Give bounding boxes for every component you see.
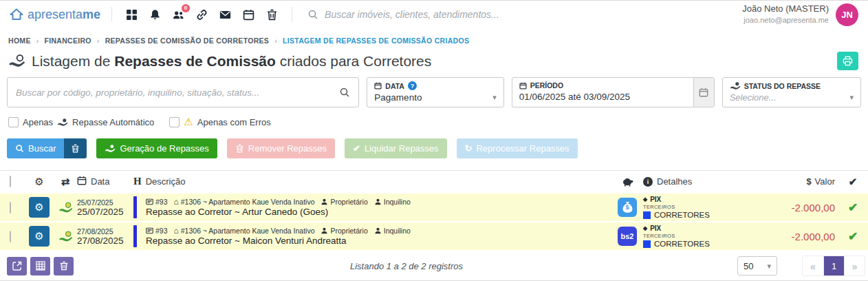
bs2-bank-icon[interactable]: bs2: [618, 227, 637, 246]
status-select[interactable]: STATUS DO REPASSE ▾: [722, 77, 861, 107]
checkbox-auto-repasse[interactable]: [8, 117, 19, 127]
pix-icon: ◆: [643, 196, 647, 202]
breadcrumb-separator: ›: [36, 37, 39, 45]
column-valor[interactable]: Valor: [815, 176, 835, 187]
notification-badge: 0: [182, 4, 190, 12]
table-header: ⚙ ⇄ Data H Descrição i De: [0, 170, 868, 192]
row-date-created: 27/08/2025: [77, 227, 133, 236]
contract-ref[interactable]: #93: [146, 227, 168, 235]
breadcrumb-repasses[interactable]: REPASSES DE COMISSÃO DE CORRETORES: [105, 37, 270, 45]
current-page-button[interactable]: 1: [823, 256, 844, 275]
reprocess-repasses-button[interactable]: ↻ Reprocessar Repasses: [457, 138, 578, 158]
table-row[interactable]: ⚙ 27/08/2025 27/08/2025 #93: [0, 222, 868, 250]
column-descricao[interactable]: Descrição: [146, 176, 186, 187]
status-input[interactable]: [730, 92, 833, 103]
breadcrumb-separator: ›: [97, 37, 100, 45]
clear-search-button[interactable]: [64, 138, 87, 158]
prev-page-button[interactable]: «: [803, 256, 823, 275]
row-checkbox[interactable]: [10, 202, 11, 214]
contract-ref[interactable]: #93: [146, 198, 168, 206]
page-size-select[interactable]: 50 ▾: [737, 256, 777, 275]
notifications-button[interactable]: [147, 6, 164, 23]
chevron-down-icon: ▾: [492, 93, 497, 102]
date-type-select[interactable]: DATA ? Pagamento ▾: [367, 77, 503, 107]
select-all-checkbox[interactable]: [10, 176, 11, 187]
action-bar: Buscar Geração de Repasses Remover Repas…: [0, 128, 868, 158]
user-email: joao.neto@apresenta.me: [742, 15, 829, 25]
trash-button[interactable]: [263, 6, 281, 23]
row-checkbox[interactable]: [10, 231, 11, 242]
toggle-auto-repasse[interactable]: Apenas Repasse Automático: [8, 117, 154, 127]
help-icon[interactable]: ?: [408, 81, 417, 90]
toggle-errors[interactable]: ⚠ Apenas com Erros: [169, 116, 270, 128]
logo-text: apresentame: [28, 8, 100, 22]
spreadsheet-button[interactable]: [30, 257, 50, 275]
table-row[interactable]: ⚙ 25/07/2025 25/07/2025 #93: [0, 194, 868, 221]
avatar[interactable]: JN: [836, 3, 858, 26]
row-actions-button[interactable]: ⚙: [29, 226, 50, 247]
property-link[interactable]: ⌂ #1306 ~ Apartamento Kaue Venda Inativo: [174, 198, 315, 206]
dollar-icon: $: [806, 176, 811, 187]
column-data[interactable]: Data: [91, 176, 109, 187]
app-logo[interactable]: apresentame: [10, 8, 100, 22]
table-icon: [36, 261, 45, 271]
calendar-icon: [519, 82, 527, 90]
row-date-created: 25/07/2025: [77, 198, 133, 207]
delete-all-button[interactable]: [54, 257, 74, 275]
tenant-badge[interactable]: Inquilino: [374, 227, 411, 235]
property-link[interactable]: ⌂ #1306 ~ Apartamento Kaue Venda Inativo: [174, 227, 315, 235]
mail-button[interactable]: [217, 6, 234, 23]
liquidate-repasses-button[interactable]: ✔ Liquidar Repasses: [345, 138, 447, 158]
user-menu[interactable]: João Neto (MASTER) joao.neto@apresenta.m…: [742, 3, 858, 26]
link-icon: [196, 9, 208, 21]
apps-grid-button[interactable]: [123, 6, 140, 23]
breadcrumb-separator: ›: [274, 37, 277, 45]
breadcrumb-financeiro[interactable]: FINANCEIRO: [45, 37, 91, 45]
generate-repasses-button[interactable]: Geração de Repasses: [96, 138, 217, 158]
breadcrumb-home[interactable]: HOME: [8, 37, 31, 45]
row-value: -2.000,00: [792, 202, 835, 214]
list-search-input[interactable]: [16, 87, 339, 98]
export-button[interactable]: [7, 257, 27, 275]
period-field[interactable]: PERÍODO 01/06/2025 até 03/09/2025: [512, 77, 715, 107]
remove-repasses-button[interactable]: Remover Repasses: [227, 138, 335, 158]
calendar-button[interactable]: [240, 6, 257, 23]
person-icon: [374, 227, 382, 234]
auto-repasse-icon: [58, 202, 73, 214]
divider: [111, 7, 112, 22]
owner-badge[interactable]: Proprietário: [321, 227, 367, 235]
page-header: Listagem de Repasses de Comissão criados…: [0, 45, 868, 70]
payment-subtype: TERCEIROS: [643, 204, 769, 210]
calendar-icon: [77, 176, 87, 187]
breadcrumb-current: LISTAGEM DE REPASSES DE COMISSÃO CRIADOS: [283, 37, 469, 45]
owner-badge[interactable]: Proprietário: [321, 198, 367, 206]
house-icon: ⌂: [174, 227, 179, 235]
logo-house-icon: [10, 8, 23, 21]
row-actions-button[interactable]: ⚙: [29, 197, 50, 218]
chevron-down-icon: ▾: [767, 262, 771, 271]
global-search-input[interactable]: [325, 9, 558, 20]
row-date-payment: 25/07/2025: [77, 207, 133, 217]
search-icon: [15, 144, 24, 153]
links-button[interactable]: [193, 6, 210, 23]
row-date-payment: 27/08/2025: [77, 236, 133, 246]
datepicker-button[interactable]: [693, 78, 714, 107]
chevron-down-icon: ▾: [849, 93, 854, 102]
column-detalhes[interactable]: Detalhes: [657, 176, 692, 187]
money-bag-icon[interactable]: $: [618, 198, 637, 217]
topbar-icon-menu: 0: [123, 6, 281, 23]
divider: [292, 7, 292, 22]
search-icon[interactable]: [339, 87, 350, 98]
user-name: João Neto (MASTER): [742, 3, 829, 15]
search-button[interactable]: Buscar: [7, 138, 64, 158]
period-label: PERÍODO: [512, 78, 714, 90]
checkbox-errors[interactable]: [169, 117, 180, 127]
filter-bar: DATA ? Pagamento ▾ PERÍODO 01/06/2025 at…: [0, 70, 868, 107]
next-page-button[interactable]: »: [844, 256, 865, 275]
print-button[interactable]: [837, 52, 858, 70]
settled-check-icon: ✔: [848, 200, 858, 215]
records-count: Listando 1 a 2 de 2 registros: [0, 261, 813, 271]
contacts-button[interactable]: 0: [170, 6, 187, 23]
tenant-badge[interactable]: Inquilino: [374, 198, 411, 206]
row-color-bar: [133, 196, 137, 218]
